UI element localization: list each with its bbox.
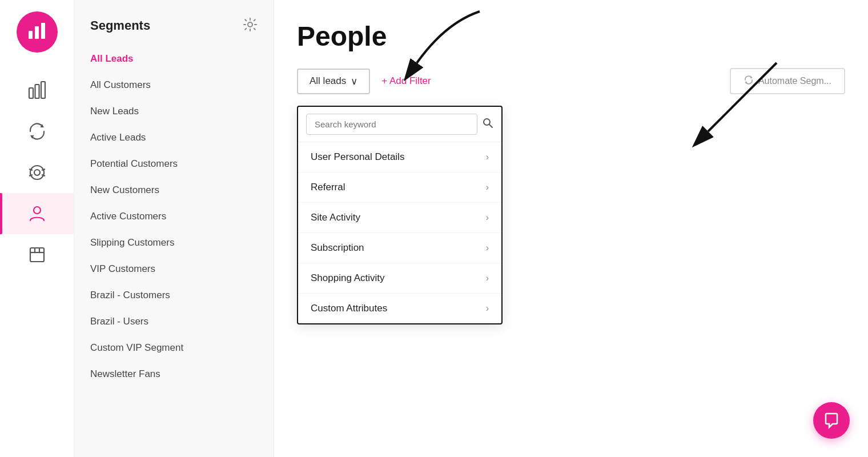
- chevron-right-icon: ›: [486, 152, 489, 162]
- sync-icon-small: [744, 75, 754, 87]
- svg-line-11: [42, 175, 45, 176]
- filter-dropdown: User Personal Details › Referral › Site …: [297, 106, 503, 324]
- search-button[interactable]: [482, 117, 493, 131]
- sidebar-title: Segments: [90, 18, 150, 33]
- svg-point-7: [34, 170, 40, 175]
- dropdown-item-label: Site Activity: [311, 212, 360, 223]
- add-filter-label: + Add Filter: [381, 75, 431, 87]
- svg-rect-0: [29, 31, 33, 39]
- dropdown-item-site-activity[interactable]: Site Activity ›: [298, 203, 501, 233]
- svg-rect-13: [30, 248, 44, 262]
- sidebar-item-slipping-customers[interactable]: Slipping Customers: [74, 230, 274, 256]
- search-row: [298, 107, 501, 142]
- nav-item-sync[interactable]: [0, 111, 74, 152]
- svg-rect-5: [41, 82, 45, 98]
- add-filter-button[interactable]: + Add Filter: [381, 75, 431, 87]
- svg-rect-3: [29, 88, 33, 98]
- svg-line-10: [42, 169, 45, 170]
- sidebar-item-custom-vip[interactable]: Custom VIP Segment: [74, 335, 274, 361]
- gear-icon[interactable]: [243, 17, 258, 34]
- nav-item-products[interactable]: [0, 234, 74, 275]
- nav-item-audience[interactable]: [0, 152, 74, 193]
- dropdown-item-referral[interactable]: Referral ›: [298, 173, 501, 203]
- svg-point-6: [30, 166, 44, 179]
- sidebar-header: Segments: [74, 0, 274, 46]
- svg-point-14: [248, 22, 252, 27]
- chevron-down-icon: ∨: [351, 75, 357, 87]
- search-input[interactable]: [306, 114, 477, 135]
- sidebar-item-all-leads[interactable]: All Leads: [74, 46, 274, 72]
- svg-point-12: [34, 207, 41, 214]
- sidebar: Segments All Leads All Customers New Lea…: [74, 0, 274, 457]
- all-leads-dropdown-button[interactable]: All leads ∨: [297, 69, 370, 94]
- dropdown-item-shopping-activity[interactable]: Shopping Activity ›: [298, 263, 501, 294]
- chevron-right-icon: ›: [486, 182, 489, 193]
- dropdown-item-label: Custom Attributes: [311, 303, 387, 314]
- svg-rect-4: [35, 85, 39, 98]
- chevron-right-icon: ›: [486, 213, 489, 223]
- dropdown-item-label: Subscription: [311, 242, 364, 254]
- app-logo[interactable]: [17, 11, 58, 53]
- sidebar-item-all-customers[interactable]: All Customers: [74, 72, 274, 98]
- sidebar-item-potential-customers[interactable]: Potential Customers: [74, 151, 274, 177]
- dropdown-item-user-personal[interactable]: User Personal Details ›: [298, 142, 501, 173]
- sidebar-item-brazil-customers[interactable]: Brazil - Customers: [74, 282, 274, 308]
- sidebar-item-active-customers[interactable]: Active Customers: [74, 203, 274, 230]
- all-leads-label: All leads: [310, 75, 346, 87]
- dropdown-item-label: Referral: [311, 182, 345, 193]
- chevron-right-icon: ›: [486, 303, 489, 314]
- chat-bubble-button[interactable]: [813, 402, 850, 439]
- chevron-right-icon: ›: [486, 273, 489, 283]
- icon-nav: [0, 0, 74, 457]
- svg-line-8: [29, 169, 33, 170]
- automate-segment-button[interactable]: Automate Segm...: [730, 68, 845, 94]
- page-title: People: [297, 21, 387, 52]
- sidebar-item-vip-customers[interactable]: VIP Customers: [74, 256, 274, 282]
- sidebar-item-new-customers[interactable]: New Customers: [74, 177, 274, 203]
- main-content: People All leads ∨ + Add Filter Automate…: [274, 0, 868, 457]
- sidebar-item-active-leads[interactable]: Active Leads: [74, 125, 274, 151]
- svg-rect-1: [35, 26, 39, 39]
- svg-line-18: [489, 125, 492, 127]
- nav-item-people[interactable]: [0, 193, 74, 234]
- svg-line-9: [29, 175, 33, 176]
- dropdown-item-label: User Personal Details: [311, 151, 404, 163]
- sidebar-item-new-leads[interactable]: New Leads: [74, 98, 274, 125]
- nav-item-analytics[interactable]: [0, 70, 74, 111]
- automate-label: Automate Segm...: [758, 76, 831, 86]
- sidebar-item-newsletter-fans[interactable]: Newsletter Fans: [74, 361, 274, 387]
- dropdown-item-subscription[interactable]: Subscription ›: [298, 233, 501, 263]
- sidebar-list: All Leads All Customers New Leads Active…: [74, 46, 274, 387]
- filter-bar: All leads ∨ + Add Filter Automate Segm..…: [297, 68, 845, 94]
- sidebar-item-brazil-users[interactable]: Brazil - Users: [74, 308, 274, 335]
- chevron-right-icon: ›: [486, 243, 489, 253]
- dropdown-item-custom-attributes[interactable]: Custom Attributes ›: [298, 294, 501, 323]
- dropdown-item-label: Shopping Activity: [311, 272, 384, 284]
- svg-rect-2: [41, 23, 45, 39]
